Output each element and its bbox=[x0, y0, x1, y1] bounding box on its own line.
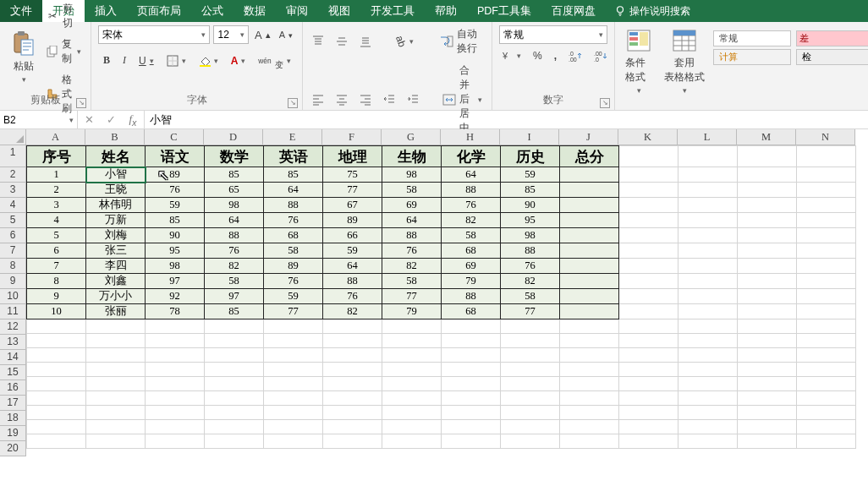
cell[interactable] bbox=[797, 334, 856, 348]
cell[interactable] bbox=[323, 363, 382, 377]
cell[interactable] bbox=[619, 434, 678, 449]
cell[interactable] bbox=[560, 198, 619, 213]
cell[interactable]: 76 bbox=[501, 259, 560, 274]
tab-layout[interactable]: 页面布局 bbox=[127, 0, 191, 22]
cell[interactable] bbox=[560, 391, 619, 406]
cell[interactable] bbox=[797, 363, 856, 377]
col-header-N[interactable]: N bbox=[796, 129, 855, 145]
col-header-E[interactable]: E bbox=[263, 129, 322, 145]
cell[interactable]: 67 bbox=[323, 198, 382, 213]
col-header-A[interactable]: A bbox=[26, 129, 85, 145]
row-header-7[interactable]: 7 bbox=[0, 243, 26, 259]
cell-style-normal[interactable]: 常规 bbox=[713, 30, 791, 46]
cell[interactable] bbox=[146, 391, 205, 406]
cell-style-calc[interactable]: 计算 bbox=[713, 49, 791, 65]
cell[interactable] bbox=[619, 183, 678, 198]
cell[interactable] bbox=[501, 406, 560, 420]
cell[interactable] bbox=[678, 259, 738, 274]
col-header-K[interactable]: K bbox=[618, 129, 678, 145]
cell[interactable]: 97 bbox=[146, 274, 205, 289]
row-header-1[interactable]: 1 bbox=[0, 145, 26, 167]
col-header-J[interactable]: J bbox=[559, 129, 618, 145]
cell[interactable] bbox=[678, 363, 738, 377]
cell[interactable] bbox=[738, 304, 797, 319]
dialog-launcher-icon[interactable]: ↘ bbox=[600, 98, 610, 108]
cell[interactable] bbox=[619, 146, 678, 167]
conditional-formatting-button[interactable]: 条件格式▾ bbox=[622, 25, 656, 96]
align-left-button[interactable] bbox=[310, 92, 327, 107]
cell[interactable] bbox=[738, 167, 797, 183]
cell[interactable] bbox=[738, 228, 797, 243]
border-button[interactable]: ▾ bbox=[164, 53, 189, 68]
cell[interactable]: 李四 bbox=[86, 259, 146, 274]
cancel-formula-button[interactable]: ✕ bbox=[78, 113, 100, 126]
cell[interactable] bbox=[323, 434, 382, 449]
cell[interactable]: 90 bbox=[146, 228, 205, 243]
dialog-launcher-icon[interactable]: ↘ bbox=[76, 98, 86, 108]
cell[interactable] bbox=[738, 198, 797, 213]
cell[interactable] bbox=[264, 434, 323, 449]
cell[interactable] bbox=[619, 228, 678, 243]
cell[interactable]: 7 bbox=[27, 259, 86, 274]
cell[interactable]: 77 bbox=[323, 183, 382, 198]
cell[interactable] bbox=[797, 304, 856, 319]
cell[interactable] bbox=[619, 420, 678, 434]
cell[interactable]: 76 bbox=[205, 243, 264, 259]
cell[interactable] bbox=[382, 377, 442, 391]
cell[interactable]: 76 bbox=[264, 274, 323, 289]
cell[interactable] bbox=[560, 243, 619, 259]
row-header-20[interactable]: 20 bbox=[0, 441, 26, 456]
cell[interactable] bbox=[264, 334, 323, 348]
cell[interactable] bbox=[797, 377, 856, 391]
cell[interactable] bbox=[205, 391, 264, 406]
cell[interactable]: 林伟明 bbox=[86, 198, 146, 213]
cell[interactable] bbox=[619, 198, 678, 213]
cell[interactable]: 5 bbox=[27, 228, 86, 243]
decrease-decimal-button[interactable]: .00.0 bbox=[591, 48, 610, 63]
cell[interactable] bbox=[146, 377, 205, 391]
cell[interactable] bbox=[27, 348, 86, 363]
cell[interactable]: 9 bbox=[27, 289, 86, 304]
cell[interactable] bbox=[797, 228, 856, 243]
dialog-launcher-icon[interactable]: ↘ bbox=[288, 98, 298, 108]
cell[interactable] bbox=[323, 420, 382, 434]
cell[interactable] bbox=[264, 391, 323, 406]
cell[interactable]: 92 bbox=[146, 289, 205, 304]
cell[interactable] bbox=[797, 183, 856, 198]
cell[interactable] bbox=[560, 274, 619, 289]
cell-style-check[interactable]: 检 bbox=[796, 49, 868, 65]
cut-button[interactable]: ✂剪切 bbox=[44, 0, 84, 32]
tab-file[interactable]: 文件 bbox=[0, 0, 42, 22]
decrease-indent-button[interactable] bbox=[381, 92, 398, 107]
cell[interactable] bbox=[678, 434, 738, 449]
cell[interactable]: 数学 bbox=[205, 146, 264, 167]
tab-review[interactable]: 审阅 bbox=[276, 0, 318, 22]
cell[interactable]: 85 bbox=[264, 167, 323, 183]
cell[interactable]: 姓名 bbox=[86, 146, 146, 167]
cell[interactable] bbox=[382, 334, 442, 348]
cell[interactable] bbox=[86, 391, 146, 406]
cell[interactable] bbox=[205, 319, 264, 334]
orientation-button[interactable]: ab▾ bbox=[393, 34, 416, 49]
col-header-B[interactable]: B bbox=[85, 129, 145, 145]
decrease-font-button[interactable]: A▾ bbox=[277, 28, 295, 41]
row-header-2[interactable]: 2 bbox=[0, 167, 26, 183]
align-top-button[interactable] bbox=[310, 34, 327, 49]
cell[interactable] bbox=[678, 198, 738, 213]
cell[interactable] bbox=[560, 377, 619, 391]
number-format-select[interactable]: 常规▾ bbox=[499, 25, 607, 44]
cell[interactable]: 10 bbox=[27, 304, 86, 319]
cell[interactable] bbox=[678, 391, 738, 406]
cell[interactable] bbox=[560, 363, 619, 377]
cell[interactable]: 82 bbox=[205, 259, 264, 274]
cell[interactable]: 59 bbox=[501, 167, 560, 183]
cell[interactable] bbox=[738, 363, 797, 377]
cell[interactable]: 76 bbox=[146, 183, 205, 198]
cell[interactable] bbox=[205, 420, 264, 434]
cell[interactable]: 59 bbox=[146, 198, 205, 213]
row-header-16[interactable]: 16 bbox=[0, 380, 26, 396]
cell[interactable] bbox=[738, 213, 797, 228]
cell[interactable] bbox=[146, 420, 205, 434]
cell[interactable]: 68 bbox=[442, 304, 501, 319]
row-header-6[interactable]: 6 bbox=[0, 228, 26, 243]
